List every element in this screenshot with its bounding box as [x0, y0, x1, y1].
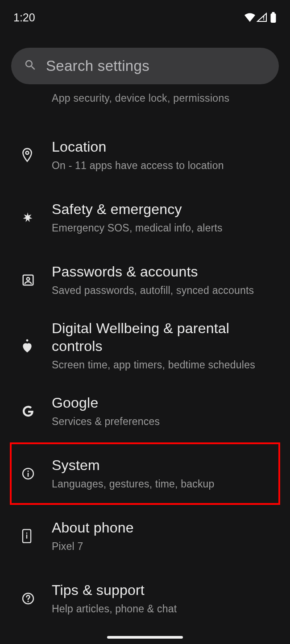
- asterisk-icon: [21, 211, 52, 224]
- item-subtitle: Pixel 7: [52, 540, 279, 553]
- item-subtitle: On - 11 apps have access to location: [52, 159, 279, 173]
- google-g-icon: [21, 405, 52, 418]
- item-subtitle: Languages, gestures, time, backup: [52, 478, 278, 491]
- svg-text:!: !: [263, 15, 265, 21]
- item-title: Safety & emergency: [52, 200, 279, 218]
- home-indicator[interactable]: [107, 636, 183, 639]
- item-subtitle: Help articles, phone & chat: [52, 603, 279, 616]
- settings-item-safety[interactable]: Safety & emergency Emergency SOS, medica…: [0, 186, 290, 249]
- item-title: Tips & support: [52, 581, 279, 599]
- search-container: Search settings: [0, 27, 290, 84]
- item-title: Google: [52, 394, 279, 412]
- location-icon: [21, 148, 52, 163]
- status-time: 1:20: [13, 11, 35, 24]
- item-subtitle: Screen time, app timers, bedtime schedul…: [52, 359, 279, 372]
- status-icons: !: [244, 12, 277, 23]
- svg-rect-12: [26, 533, 27, 533]
- search-placeholder: Search settings: [46, 58, 149, 74]
- settings-item-tips[interactable]: Tips & support Help articles, phone & ch…: [0, 567, 290, 630]
- wifi-icon: [244, 13, 256, 22]
- svg-point-3: [26, 151, 29, 154]
- settings-item-wellbeing[interactable]: Digital Wellbeing & parental controls Sc…: [0, 311, 290, 380]
- item-subtitle: Emergency SOS, medical info, alerts: [52, 222, 279, 235]
- info-icon: [21, 467, 52, 480]
- svg-point-5: [27, 277, 30, 281]
- item-title: About phone: [52, 519, 279, 537]
- item-subtitle: Saved passwords, autofill, synced accoun…: [52, 284, 279, 297]
- item-title: Location: [52, 138, 279, 156]
- account-box-icon: [21, 273, 52, 287]
- phone-info-icon: [21, 528, 52, 544]
- truncated-item-subtitle: App security, device lock, permissions: [0, 84, 290, 104]
- svg-point-6: [26, 339, 29, 342]
- settings-item-system[interactable]: System Languages, gestures, time, backup: [10, 442, 280, 505]
- settings-item-location[interactable]: Location On - 11 apps have access to loc…: [0, 124, 290, 186]
- wellbeing-icon: [21, 339, 52, 353]
- status-bar: 1:20 !: [0, 0, 290, 27]
- item-title: Digital Wellbeing & parental controls: [52, 319, 279, 355]
- help-icon: [21, 592, 52, 605]
- settings-item-about[interactable]: About phone Pixel 7: [0, 505, 290, 567]
- settings-item-google[interactable]: Google Services & preferences: [0, 380, 290, 442]
- settings-list: Location On - 11 apps have access to loc…: [0, 104, 290, 630]
- svg-rect-9: [28, 471, 29, 472]
- cell-signal-icon: !: [257, 12, 267, 22]
- item-title: System: [52, 456, 278, 474]
- svg-rect-11: [26, 534, 27, 538]
- item-title: Passwords & accounts: [52, 263, 279, 281]
- svg-rect-2: [271, 13, 276, 23]
- svg-point-14: [28, 601, 29, 602]
- svg-rect-1: [272, 12, 275, 13]
- search-icon: [24, 58, 37, 74]
- item-subtitle: Services & preferences: [52, 415, 279, 429]
- svg-rect-8: [28, 473, 29, 477]
- battery-icon: [270, 12, 277, 23]
- search-bar[interactable]: Search settings: [11, 48, 279, 84]
- settings-item-passwords[interactable]: Passwords & accounts Saved passwords, au…: [0, 249, 290, 311]
